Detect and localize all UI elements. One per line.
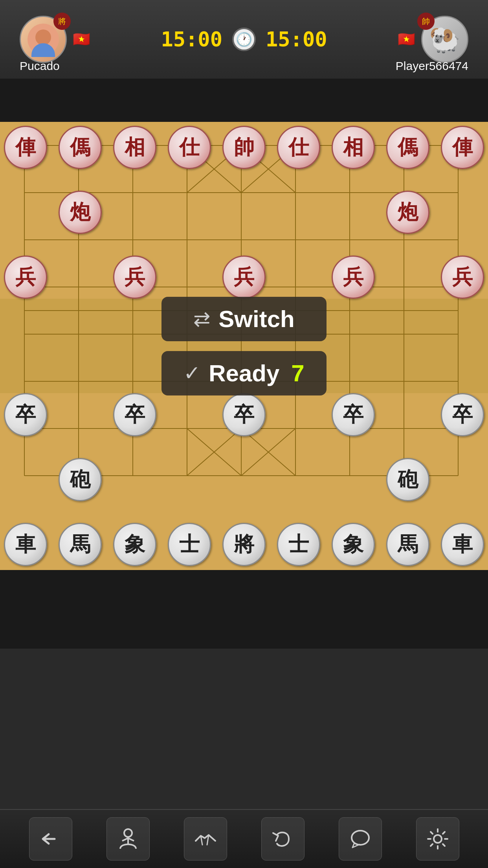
spacer5: [0, 501, 488, 523]
piece-red-ju2[interactable]: 俥: [441, 126, 484, 169]
piece-red-shuai[interactable]: 帥: [222, 126, 266, 169]
piece-red-bing3[interactable]: 兵: [222, 256, 266, 299]
piece-red-bing1[interactable]: 兵: [4, 256, 47, 299]
header: 將 🇻🇳 Pucado 15:00 🕐 15:00 🇻🇳 🐏 帥 Player5…: [0, 0, 488, 79]
piece-black-zu1[interactable]: 卒: [4, 393, 47, 436]
spacer2: [0, 234, 488, 256]
svg-line-30: [122, 838, 128, 841]
piece-red-bing4[interactable]: 兵: [332, 256, 375, 299]
row-red-back: 俥 傌 相 仕 帥 仕 相 傌 俥: [0, 122, 488, 169]
player1-flag: 🇻🇳: [73, 31, 90, 48]
svg-point-33: [434, 835, 442, 843]
piece-red-pao1[interactable]: 炮: [59, 191, 102, 234]
piece-black-jiang[interactable]: 將: [222, 523, 266, 566]
row-red-pawn: 兵 兵 兵 兵 兵: [0, 256, 488, 299]
player1-badge: 將: [53, 13, 71, 30]
ready-count: 7: [291, 360, 304, 387]
piece-red-shi1[interactable]: 仕: [168, 126, 211, 169]
timer-section: 15:00 🕐 15:00: [161, 28, 327, 51]
handshake-button[interactable]: [184, 817, 227, 861]
row-black-pawn: 卒 卒 卒 卒 卒: [0, 393, 488, 436]
piece-red-xiang1[interactable]: 相: [113, 126, 156, 169]
piece-black-pao2[interactable]: 砲: [386, 458, 429, 501]
ready-checkmark-icon: ✓: [183, 361, 201, 385]
board-container: 俥 傌 相 仕 帥 仕 相 傌 俥 炮 炮 兵 兵 兵 兵 兵: [0, 122, 488, 570]
player2-info: 🇻🇳 🐏 帥: [398, 16, 468, 63]
row-black-cannon: 砲 砲: [0, 458, 488, 501]
svg-point-28: [124, 829, 132, 837]
undo-button[interactable]: [261, 817, 305, 861]
piece-red-shi2[interactable]: 仕: [277, 126, 320, 169]
overlay-buttons: ⇄ Switch ✓ Ready 7: [161, 297, 327, 395]
piece-black-ma2[interactable]: 馬: [386, 523, 429, 566]
player2-badge: 帥: [417, 13, 435, 30]
player-icon-button[interactable]: [106, 817, 150, 861]
chat-button[interactable]: [339, 817, 382, 861]
clock-icon: 🕐: [232, 28, 256, 51]
back-icon: [39, 827, 62, 851]
handshake-icon: [194, 827, 217, 851]
player-figure-icon: [116, 827, 140, 851]
piece-red-pao2[interactable]: 炮: [386, 191, 429, 234]
spacer1: [0, 169, 488, 191]
spacer4: [0, 436, 488, 458]
piece-red-bing5[interactable]: 兵: [441, 256, 484, 299]
player2-name-label: Player566474: [396, 59, 468, 73]
switch-icon: ⇄: [193, 307, 211, 331]
bottom-toolbar: [0, 809, 488, 868]
piece-black-zu5[interactable]: 卒: [441, 393, 484, 436]
bottom-dark: [0, 570, 488, 649]
river-area: ⇄ Switch ✓ Ready 7: [0, 299, 488, 393]
player1-info: 將 🇻🇳: [20, 16, 90, 63]
piece-black-zu3[interactable]: 卒: [222, 393, 266, 436]
settings-icon: [426, 827, 449, 851]
row-black-back: 車 馬 象 士 將 士 象 馬 車: [0, 523, 488, 570]
ready-button[interactable]: ✓ Ready 7: [161, 351, 327, 395]
piece-black-zu4[interactable]: 卒: [332, 393, 375, 436]
chat-icon: [349, 827, 372, 851]
piece-red-ma1[interactable]: 傌: [59, 126, 102, 169]
undo-icon: [271, 827, 295, 851]
ready-label: Ready: [209, 360, 279, 387]
piece-black-pao1[interactable]: 砲: [59, 458, 102, 501]
player2-timer: 15:00: [266, 28, 327, 51]
piece-black-xiang2[interactable]: 象: [332, 523, 375, 566]
player2-flag: 🇻🇳: [398, 31, 415, 48]
piece-black-ju2[interactable]: 車: [441, 523, 484, 566]
piece-red-ma2[interactable]: 傌: [386, 126, 429, 169]
switch-button[interactable]: ⇄ Switch: [161, 297, 327, 341]
piece-black-shi2[interactable]: 士: [277, 523, 320, 566]
piece-black-ma1[interactable]: 馬: [59, 523, 102, 566]
piece-black-zu2[interactable]: 卒: [113, 393, 156, 436]
player1-name-label: Pucado: [20, 59, 60, 73]
dark-gap: [0, 79, 488, 122]
piece-red-xiang2[interactable]: 相: [332, 126, 375, 169]
piece-red-ju1[interactable]: 俥: [4, 126, 47, 169]
piece-red-bing2[interactable]: 兵: [113, 256, 156, 299]
switch-label: Switch: [218, 305, 294, 333]
piece-black-shi1[interactable]: 士: [168, 523, 211, 566]
svg-line-31: [128, 838, 134, 841]
back-button[interactable]: [29, 817, 72, 861]
row-red-cannon: 炮 炮: [0, 191, 488, 234]
player1-timer: 15:00: [161, 28, 222, 51]
piece-black-ju1[interactable]: 車: [4, 523, 47, 566]
settings-button[interactable]: [416, 817, 459, 861]
piece-black-xiang1[interactable]: 象: [113, 523, 156, 566]
